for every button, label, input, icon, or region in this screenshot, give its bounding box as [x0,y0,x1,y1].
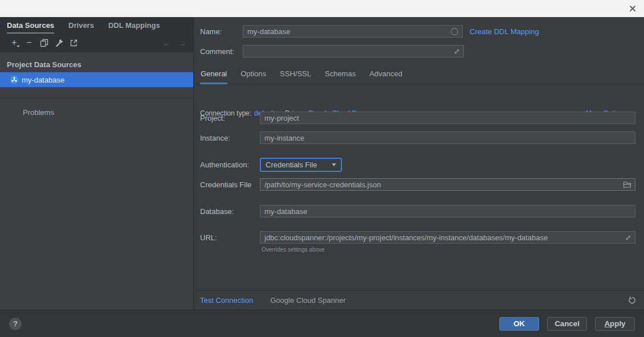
apply-button[interactable]: Apply [595,317,635,331]
ok-button[interactable]: OK [499,317,539,331]
settings-tabs: General Options SSH/SSL Schemas Advanced [194,67,644,84]
project-field-wrap [260,112,635,124]
comment-label: Comment: [200,47,234,56]
comment-field-wrap [243,45,464,57]
tab-ddl-mappings[interactable]: DDL Mappings [108,17,160,34]
wrench-icon [55,39,63,47]
window-titlebar [0,0,644,17]
authentication-selected-value: Credentials File [266,161,317,169]
remove-icon: − [26,39,31,47]
instance-label: Instance: [200,134,230,142]
history-navigation: ← → [162,38,186,48]
expand-editor-icon[interactable] [454,48,460,55]
add-data-source-button[interactable]: + [7,36,22,49]
cancel-button[interactable]: Cancel [547,317,587,331]
apply-button-label: Apply [604,319,625,328]
comment-input[interactable] [243,46,454,57]
project-label: Project: [200,114,225,122]
instance-field-wrap [260,131,635,144]
revert-icon[interactable] [627,296,636,305]
help-icon: ? [13,319,18,328]
name-field-wrap [243,25,463,38]
sidebar: Data Sources Drivers DDL Mappings + − [0,17,194,310]
forward-arrow-icon[interactable]: → [178,38,186,48]
url-note: Overrides settings above [262,246,325,253]
tab-data-sources[interactable]: Data Sources [7,17,54,34]
database-input[interactable] [260,206,635,217]
authentication-dropdown[interactable]: Credentials File [260,158,342,172]
driver-name-text: Google Cloud Spanner [270,296,345,305]
problems-item[interactable]: Problems [0,105,193,119]
duplicate-data-source-button[interactable] [36,36,51,49]
tab-general[interactable]: General [200,69,227,84]
name-label: Name: [200,27,222,36]
back-arrow-icon[interactable]: ← [162,38,171,48]
credentials-file-label: Credentials File [200,180,251,189]
tab-advanced[interactable]: Advanced [369,69,403,84]
credentials-file-input[interactable] [260,179,623,190]
instance-input[interactable] [260,132,635,143]
sidebar-toolbar: + − [0,34,193,52]
sidebar-header: Data Sources Drivers DDL Mappings + − [0,17,193,52]
tree-item-label: my-database [22,76,64,84]
authentication-label: Authentication: [200,161,249,169]
close-icon [629,5,636,12]
tree-section-header: Project Data Sources [0,52,193,72]
database-label: Database: [200,207,234,216]
tab-ssh-ssl[interactable]: SSH/SSL [279,69,312,84]
data-source-tree: Project Data Sources my-database Problem… [0,52,193,119]
database-field-wrap [260,205,635,217]
url-field-wrap [260,231,635,244]
tab-drivers[interactable]: Drivers [68,17,94,34]
project-input[interactable] [260,112,635,124]
expand-editor-icon[interactable] [625,235,631,241]
url-label: URL: [200,233,217,242]
name-input[interactable] [243,26,450,37]
test-connection-bar: Test Connection Google Cloud Spanner [194,290,644,310]
export-icon[interactable] [66,36,81,49]
add-dropdown-caret-icon [17,46,20,47]
tab-schemas[interactable]: Schemas [324,69,356,84]
refresh-ring-icon [450,27,459,36]
data-source-dialog: Data Sources Drivers DDL Mappings + − [0,0,644,337]
create-ddl-mapping-link[interactable]: Create DDL Mapping [470,27,539,36]
remove-data-source-button[interactable]: − [22,36,36,49]
browse-folder-icon[interactable] [623,181,631,188]
sidebar-tabs: Data Sources Drivers DDL Mappings [0,17,193,34]
cloud-spanner-icon [10,75,19,84]
problems-label: Problems [23,108,54,117]
test-connection-link[interactable]: Test Connection [200,296,253,305]
edit-data-source-button[interactable] [51,36,66,49]
url-input[interactable] [260,232,625,243]
window-close-button[interactable] [626,2,639,15]
dropdown-arrow-icon [332,163,336,166]
tree-divider [0,98,193,98]
footer-buttons: OK Cancel Apply [499,317,635,331]
cancel-button-label: Cancel [555,319,580,328]
main-panel: Name: Create DDL Mapping Comment: Genera… [194,17,644,310]
tab-options[interactable]: Options [240,69,267,84]
credentials-field-wrap [260,178,635,191]
help-button[interactable]: ? [9,318,22,330]
dialog-footer: ? OK Cancel Apply [0,310,644,337]
tree-item-my-database[interactable]: my-database [0,72,193,87]
ok-button-label: OK [513,319,525,328]
duplicate-icon [40,39,48,47]
